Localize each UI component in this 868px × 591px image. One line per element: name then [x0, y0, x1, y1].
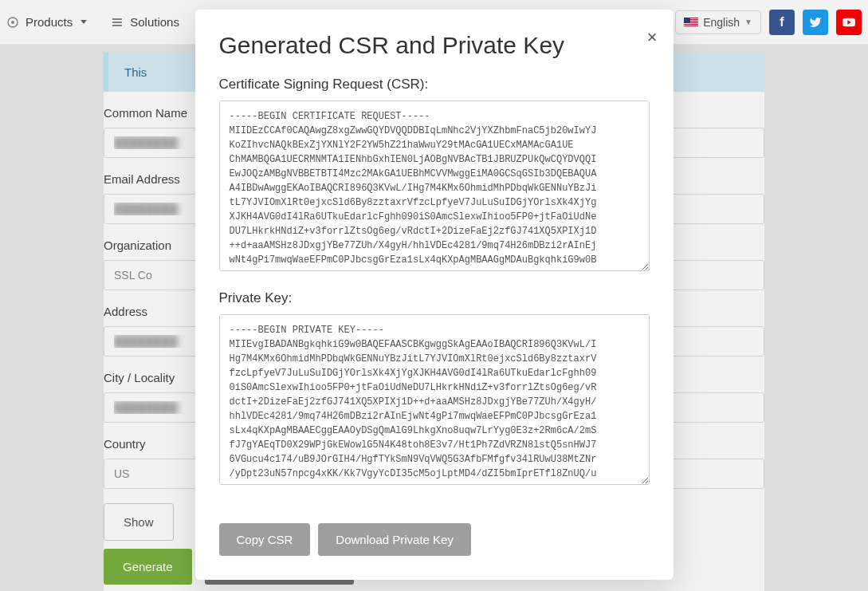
close-icon[interactable]: ×: [647, 29, 658, 46]
private-key-textarea[interactable]: [219, 314, 650, 485]
modal-overlay: × Generated CSR and Private Key Certific…: [0, 0, 868, 591]
copy-csr-button[interactable]: Copy CSR: [219, 523, 311, 556]
csr-textarea[interactable]: [219, 100, 650, 271]
csr-label: Certificate Signing Request (CSR):: [219, 77, 650, 93]
modal-title: Generated CSR and Private Key: [219, 32, 650, 59]
download-private-key-button[interactable]: Download Private Key: [318, 523, 471, 556]
private-key-label: Private Key:: [219, 290, 650, 306]
csr-modal: × Generated CSR and Private Key Certific…: [195, 10, 674, 580]
